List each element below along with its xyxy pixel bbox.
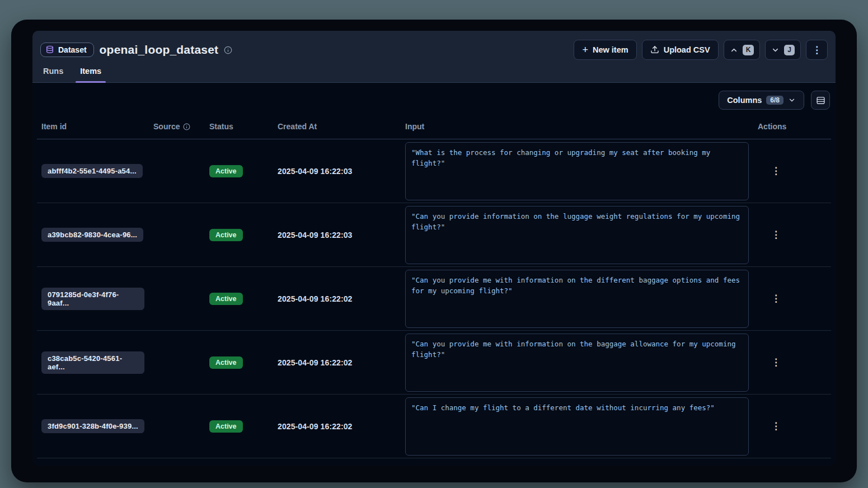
tab-runs[interactable]: Runs (42, 67, 64, 82)
input-cell: "Can you provide me with information on … (401, 267, 753, 331)
row-actions-button[interactable]: ⋮ (766, 417, 786, 435)
item-id-cell: abfff4b2-55e1-4495-a54... (37, 139, 149, 203)
desktop-background: Dataset openai_loop_dataset + New item (0, 0, 868, 488)
previous-item-button[interactable]: K (724, 40, 761, 60)
columns-select-button[interactable]: Columns 6/8 (719, 91, 804, 110)
created-at-value: 2025-04-09 16:22:03 (278, 167, 352, 176)
chevron-up-icon (730, 46, 738, 54)
input-preview[interactable]: "Can I change my flight to a different d… (405, 397, 749, 456)
table-row[interactable]: abfff4b2-55e1-4495-a54... Active 2025-04… (37, 139, 831, 203)
created-at-value: 2025-04-09 16:22:02 (278, 422, 352, 431)
row-actions-button[interactable]: ⋮ (766, 354, 786, 372)
status-cell: Active (205, 139, 273, 203)
table-row[interactable]: c38cab5c-5420-4561-aef... Active 2025-04… (37, 331, 831, 395)
actions-cell: ⋮ (753, 203, 831, 267)
new-item-label: New item (593, 45, 628, 54)
source-cell (149, 395, 205, 458)
source-cell (149, 203, 205, 267)
column-header-created-at: Created At (273, 116, 401, 139)
upload-csv-button[interactable]: Upload CSV (642, 40, 719, 60)
status-badge: Active (209, 356, 243, 369)
input-preview[interactable]: "Can you provide information on the lugg… (405, 206, 749, 264)
next-item-button[interactable]: J (765, 40, 801, 60)
status-badge: Active (209, 420, 243, 433)
row-height-button[interactable] (811, 91, 830, 110)
item-id-pill[interactable]: 3fd9c901-328b-4f0e-939... (41, 419, 144, 433)
input-preview[interactable]: "Can you provide me with information on … (405, 270, 749, 328)
table-row[interactable]: a39bcb82-9830-4cea-96... Active 2025-04-… (37, 203, 831, 267)
actions-cell: ⋮ (753, 331, 831, 395)
status-cell: Active (205, 331, 273, 395)
table-header-row: Item id Source (37, 116, 831, 139)
table-body: abfff4b2-55e1-4495-a54... Active 2025-04… (37, 139, 831, 458)
database-icon (45, 45, 54, 54)
table-row[interactable]: 3fd9c901-328b-4f0e-939... Active 2025-04… (37, 395, 831, 458)
title-row: Dataset openai_loop_dataset + New item (40, 39, 828, 61)
dataset-type-badge: Dataset (40, 43, 94, 57)
actions-cell: ⋮ (753, 139, 831, 203)
source-info-icon[interactable] (183, 123, 190, 130)
item-id-cell: a39bcb82-9830-4cea-96... (37, 203, 149, 267)
items-table: Item id Source (37, 116, 831, 458)
column-header-actions: Actions (753, 116, 831, 139)
column-header-input: Input (401, 116, 753, 139)
column-header-status: Status (205, 116, 273, 139)
created-at-cell: 2025-04-09 16:22:03 (273, 139, 401, 203)
row-actions-button[interactable]: ⋮ (766, 226, 786, 244)
item-id-cell: 0791285d-0e3f-4f76-9aaf... (37, 267, 149, 331)
source-cell (149, 267, 205, 331)
source-cell (149, 139, 205, 203)
created-at-cell: 2025-04-09 16:22:02 (273, 331, 401, 395)
column-header-item-id: Item id (37, 116, 149, 139)
upload-icon (650, 45, 659, 54)
kebab-menu-icon: ⋮ (771, 229, 781, 240)
input-preview[interactable]: "What is the process for changing or upg… (405, 142, 749, 200)
item-id-pill[interactable]: abfff4b2-55e1-4495-a54... (41, 164, 143, 178)
status-badge: Active (209, 229, 243, 241)
status-badge: Active (209, 293, 243, 305)
input-cell: "Can I change my flight to a different d… (401, 395, 753, 458)
row-actions-button[interactable]: ⋮ (766, 290, 786, 308)
created-at-value: 2025-04-09 16:22:03 (278, 231, 352, 240)
chevron-down-icon (771, 46, 780, 54)
dataset-badge-label: Dataset (58, 45, 87, 54)
kebab-menu-icon: ⋮ (771, 166, 781, 176)
status-cell: Active (205, 395, 273, 458)
status-cell: Active (205, 203, 273, 267)
created-at-cell: 2025-04-09 16:22:03 (273, 203, 401, 267)
input-cell: "Can you provide information on the lugg… (401, 203, 753, 267)
table-toolbar: Columns 6/8 (37, 83, 831, 116)
table-rows-icon (816, 96, 825, 105)
created-at-value: 2025-04-09 16:22:02 (278, 294, 352, 303)
header-more-menu-button[interactable]: ⋮ (806, 40, 828, 60)
columns-count-badge: 6/8 (766, 96, 783, 105)
tab-bar: Runs Items (40, 67, 828, 82)
created-at-cell: 2025-04-09 16:22:02 (273, 395, 401, 458)
created-at-value: 2025-04-09 16:22:02 (278, 358, 352, 367)
status-badge: Active (209, 165, 243, 177)
page-header: Dataset openai_loop_dataset + New item (32, 31, 836, 83)
table-row[interactable]: 0791285d-0e3f-4f76-9aaf... Active 2025-0… (37, 267, 831, 331)
tab-items[interactable]: Items (79, 67, 102, 82)
input-preview[interactable]: "Can you provide me with information on … (405, 334, 749, 392)
item-id-pill[interactable]: a39bcb82-9830-4cea-96... (41, 228, 143, 242)
input-cell: "What is the process for changing or upg… (401, 139, 753, 203)
created-at-cell: 2025-04-09 16:22:02 (273, 267, 401, 331)
new-item-button[interactable]: + New item (574, 40, 636, 60)
item-id-pill[interactable]: c38cab5c-5420-4561-aef... (41, 351, 144, 374)
shortcut-key-k: K (743, 45, 754, 55)
status-cell: Active (205, 267, 273, 331)
kebab-menu-icon: ⋮ (771, 357, 781, 368)
actions-cell: ⋮ (753, 267, 831, 331)
items-panel: Columns 6/8 (32, 83, 836, 466)
upload-csv-label: Upload CSV (664, 45, 710, 54)
row-actions-button[interactable]: ⋮ (766, 162, 786, 180)
kebab-menu-icon: ⋮ (812, 45, 822, 55)
item-id-cell: c38cab5c-5420-4561-aef... (37, 331, 149, 395)
dataset-page: Dataset openai_loop_dataset + New item (32, 31, 836, 466)
header-actions: + New item Upload CSV (574, 40, 828, 60)
column-header-source: Source (149, 116, 205, 139)
dataset-info-icon[interactable] (224, 46, 232, 54)
page-title: openai_loop_dataset (100, 43, 219, 57)
item-id-pill[interactable]: 0791285d-0e3f-4f76-9aaf... (41, 288, 144, 310)
